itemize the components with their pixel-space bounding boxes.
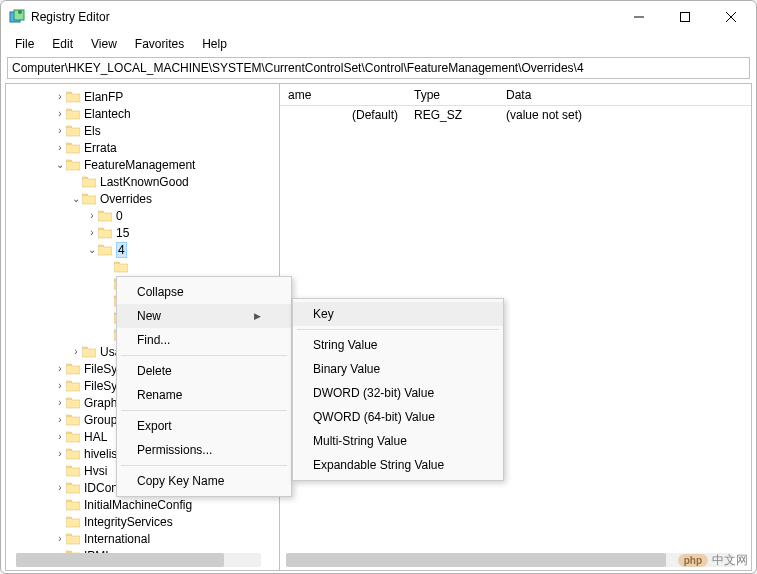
chevron-down-icon[interactable]: ⌄ [54,159,66,170]
menu-edit[interactable]: Edit [44,35,81,53]
col-type[interactable]: Type [406,85,498,105]
ctx-label: DWORD (32-bit) Value [313,386,434,400]
chevron-right-icon[interactable]: › [54,397,66,408]
ctx-new-string[interactable]: String Value [293,333,503,357]
folder-icon [66,499,80,511]
chevron-right-icon[interactable]: › [54,533,66,544]
value-row[interactable]: (Default) REG_SZ (value not set) [280,106,751,124]
ctx-label: Rename [137,388,182,402]
ctx-new-binary[interactable]: Binary Value [293,357,503,381]
chevron-right-icon[interactable]: › [54,363,66,374]
tree-item-label: Graph [84,396,117,410]
chevron-right-icon[interactable]: › [54,91,66,102]
value-data: (value not set) [498,108,751,122]
tree-item[interactable]: ›ElanFP [6,88,279,105]
folder-icon [66,516,80,528]
menu-help[interactable]: Help [194,35,235,53]
folder-icon [66,414,80,426]
col-name[interactable]: ame [280,85,406,105]
chevron-right-icon[interactable]: › [54,142,66,153]
chevron-right-icon[interactable]: › [54,482,66,493]
chevron-right-icon[interactable]: › [54,125,66,136]
tree-item-label: 0 [116,209,123,223]
menu-favorites[interactable]: Favorites [127,35,192,53]
ctx-rename[interactable]: Rename [117,383,291,407]
tree-item[interactable]: ›15 [6,224,279,241]
chevron-right-icon[interactable]: › [86,210,98,221]
folder-icon [66,159,80,171]
folder-icon [66,363,80,375]
ctx-export[interactable]: Export [117,414,291,438]
regedit-icon [9,9,25,25]
chevron-right-icon[interactable]: › [70,346,82,357]
tree-item[interactable]: InitialMachineConfig [6,496,279,513]
ctx-permissions[interactable]: Permissions... [117,438,291,462]
ctx-new-dword[interactable]: DWORD (32-bit) Value [293,381,503,405]
ctx-new-expandable-string[interactable]: Expandable String Value [293,453,503,477]
folder-icon [66,91,80,103]
tree-item[interactable]: ⌄4 [6,241,279,258]
tree-item-label: Hvsi [84,464,107,478]
tree-item-label: 4 [116,242,127,258]
tree-item-label: 15 [116,226,129,240]
watermark-pill: php [678,554,708,567]
ctx-label: Copy Key Name [137,474,224,488]
ctx-new-qword[interactable]: QWORD (64-bit) Value [293,405,503,429]
tree-item[interactable]: ›International [6,530,279,547]
tree-scrollbar-horizontal[interactable] [16,553,261,567]
chevron-right-icon[interactable]: › [54,414,66,425]
values-scrollbar-horizontal[interactable] [286,553,733,567]
ctx-label: Collapse [137,285,184,299]
ctx-find[interactable]: Find... [117,328,291,352]
chevron-right-icon[interactable]: › [54,380,66,391]
folder-icon [82,346,96,358]
folder-icon [66,431,80,443]
tree-item[interactable]: ›Els [6,122,279,139]
tree-item[interactable]: ⌄FeatureManagement [6,156,279,173]
ctx-new[interactable]: New▶ [117,304,291,328]
menu-view[interactable]: View [83,35,125,53]
ctx-copy-key-name[interactable]: Copy Key Name [117,469,291,493]
ctx-new-multi-string[interactable]: Multi-String Value [293,429,503,453]
tree-item[interactable]: ›0 [6,207,279,224]
chevron-down-icon[interactable]: ⌄ [86,244,98,255]
ctx-separator [297,329,499,330]
ctx-new-key[interactable]: Key [293,302,503,326]
ctx-collapse[interactable]: Collapse [117,280,291,304]
tree-item-label: ElanFP [84,90,123,104]
submenu-arrow-icon: ▶ [214,311,261,321]
app-window: Registry Editor File Edit View Favorites… [0,0,757,574]
chevron-right-icon[interactable]: › [54,108,66,119]
value-type: REG_SZ [406,108,498,122]
folder-icon [66,380,80,392]
minimize-button[interactable] [616,2,662,32]
maximize-button[interactable] [662,2,708,32]
ctx-label: Find... [137,333,170,347]
tree-item[interactable]: ›Elantech [6,105,279,122]
chevron-right-icon[interactable]: › [54,448,66,459]
col-data[interactable]: Data [498,85,751,105]
tree-item[interactable]: LastKnownGood [6,173,279,190]
folder-icon [66,142,80,154]
tree-item[interactable]: ⌄Overrides [6,190,279,207]
tree-item[interactable]: IntegrityServices [6,513,279,530]
close-button[interactable] [708,2,754,32]
folder-icon [66,448,80,460]
chevron-right-icon[interactable]: › [86,227,98,238]
ctx-delete[interactable]: Delete [117,359,291,383]
scrollbar-thumb[interactable] [286,553,666,567]
tree-item[interactable] [6,258,279,275]
ctx-label: QWORD (64-bit) Value [313,410,435,424]
scrollbar-thumb[interactable] [16,553,224,567]
menu-file[interactable]: File [7,35,42,53]
window-title: Registry Editor [31,10,616,24]
ctx-separator [121,410,287,411]
tree-item[interactable]: ›Errata [6,139,279,156]
context-submenu-new: Key String Value Binary Value DWORD (32-… [292,298,504,481]
ctx-label: Delete [137,364,172,378]
chevron-down-icon[interactable]: ⌄ [70,193,82,204]
address-bar[interactable]: Computer\HKEY_LOCAL_MACHINE\SYSTEM\Curre… [7,57,750,79]
svg-rect-4 [681,13,690,22]
chevron-right-icon[interactable]: › [54,431,66,442]
ctx-label: Expandable String Value [313,458,444,472]
